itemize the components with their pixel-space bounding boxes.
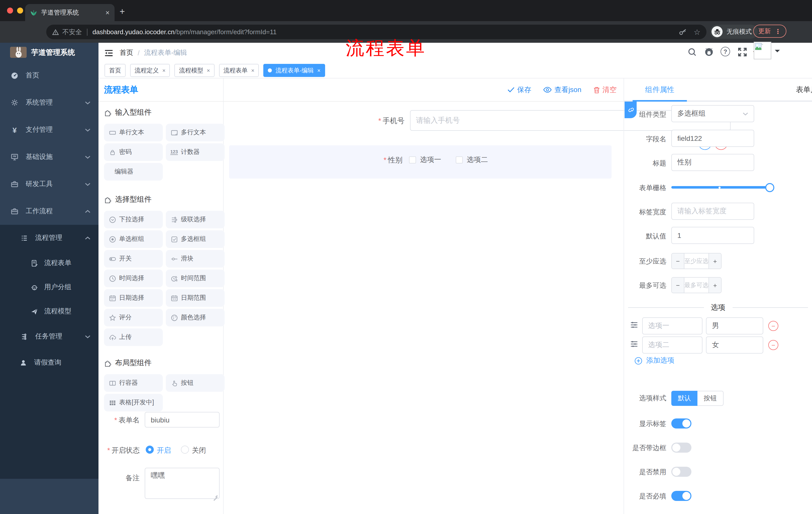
option1-value-input[interactable]: 男 — [706, 317, 763, 334]
status-on-label[interactable]: 开启 — [157, 446, 177, 455]
palette-item-slider[interactable]: 滑块 — [166, 250, 225, 268]
sidebar-item-infrastructure[interactable]: 基础设施 — [0, 143, 98, 170]
form-name-input[interactable]: biubiu — [145, 412, 220, 428]
tag-close-icon[interactable]: × — [317, 67, 321, 74]
style-button-button[interactable]: 按钮 — [697, 391, 724, 406]
palette-item-button[interactable]: 按钮 — [166, 374, 225, 392]
remove-option-button[interactable]: − — [768, 340, 778, 350]
drag-handle-icon[interactable] — [630, 340, 638, 348]
github-icon[interactable] — [704, 47, 714, 57]
help-icon[interactable]: ? — [721, 47, 730, 56]
breadcrumb-home[interactable]: 首页 — [120, 48, 133, 57]
sidebar-item-leave-query[interactable]: 请假查询 — [0, 350, 98, 376]
close-window-button[interactable] — [7, 7, 13, 13]
resize-handle[interactable] — [213, 492, 218, 497]
tag-process-form[interactable]: 流程表单× — [219, 64, 259, 77]
required-toggle[interactable] — [671, 491, 691, 501]
browser-tab[interactable]: 芋道管理系统 × — [25, 4, 115, 21]
option1-label-input[interactable]: 选项一 — [642, 317, 702, 334]
palette-item-editor[interactable]: 编辑器 — [104, 163, 163, 181]
min-select-value[interactable]: 至少应选 — [685, 253, 708, 269]
palette-item-select[interactable]: 下拉选择 — [104, 211, 163, 228]
search-icon[interactable] — [687, 47, 697, 57]
drag-handle-icon[interactable] — [630, 321, 638, 329]
form-remark-textarea[interactable]: 嘿嘿 — [145, 468, 220, 499]
tag-close-icon[interactable]: × — [162, 67, 166, 74]
palette-item-counter[interactable]: 123 计数器 — [166, 143, 225, 161]
title-input[interactable]: 性别 — [671, 154, 754, 171]
option2-label-input[interactable]: 选项二 — [642, 336, 702, 354]
palette-item-table-dev[interactable]: 表格[开发中] — [104, 394, 163, 411]
tab-close-icon[interactable]: × — [106, 8, 110, 17]
palette-item-textarea[interactable]: 多行文本 — [166, 124, 225, 141]
label-width-input[interactable]: 请输入标签宽度 — [671, 203, 754, 220]
palette-item-switch[interactable]: 开关 — [104, 250, 163, 268]
new-tab-button[interactable]: + — [120, 7, 125, 16]
gender-option2-label[interactable]: 选项二 — [467, 155, 488, 164]
sidebar-item-payment[interactable]: ¥ 支付管理 — [0, 116, 98, 143]
tag-close-icon[interactable]: × — [251, 67, 255, 74]
gender-option1-label[interactable]: 选项一 — [420, 155, 441, 164]
gender-option1-checkbox[interactable] — [409, 156, 416, 163]
palette-item-date-range[interactable]: 日期范围 — [166, 289, 225, 307]
show-label-toggle[interactable] — [671, 418, 691, 429]
palette-item-color-picker[interactable]: 颜色选择 — [166, 309, 225, 326]
view-json-button[interactable]: 查看json — [544, 85, 581, 94]
sidebar-item-system[interactable]: 系统管理 — [0, 89, 98, 116]
default-value-input[interactable]: 1 — [671, 227, 754, 244]
stepper-minus-button[interactable]: − — [672, 278, 685, 293]
password-key-icon[interactable] — [678, 28, 687, 35]
add-option-link[interactable]: 添加选项 — [635, 356, 674, 365]
stepper-plus-button[interactable]: + — [708, 253, 721, 269]
stepper-minus-button[interactable]: − — [672, 253, 685, 269]
status-on-radio[interactable] — [146, 445, 154, 454]
palette-item-rate[interactable]: 评分 — [104, 309, 163, 326]
sidebar-item-home[interactable]: 首页 — [0, 62, 98, 89]
minimize-window-button[interactable] — [17, 7, 23, 13]
option2-value-input[interactable]: 女 — [706, 336, 763, 354]
palette-item-date-picker[interactable]: 日期选择 — [104, 289, 163, 307]
palette-item-time-picker[interactable]: 时间选择 — [104, 270, 163, 287]
sidebar-item-task-mgmt[interactable]: 任务管理 — [0, 323, 98, 350]
sidebar-item-process-model[interactable]: 流程模型 — [0, 299, 98, 323]
avatar-caret-icon[interactable] — [775, 50, 780, 55]
status-off-label[interactable]: 关闭 — [192, 446, 212, 455]
tag-process-form-edit-active[interactable]: 流程表单-编辑× — [264, 64, 325, 77]
sidebar-item-user-group[interactable]: 用户分组 — [0, 275, 98, 299]
palette-item-checkbox-group[interactable]: 多选框组 — [166, 231, 225, 248]
max-select-value[interactable]: 最多可选 — [685, 278, 708, 293]
clear-button[interactable]: 清空 — [593, 85, 616, 94]
status-off-radio[interactable] — [181, 445, 189, 454]
palette-item-password[interactable]: 密码 — [104, 143, 163, 161]
sidebar-item-workflow[interactable]: 工作流程 — [0, 198, 98, 225]
sidebar-item-devtools[interactable]: 研发工具 — [0, 170, 98, 198]
avatar[interactable] — [754, 42, 771, 59]
grid-slider-track[interactable] — [671, 186, 770, 189]
palette-item-row-container[interactable]: 行容器 — [104, 374, 163, 392]
hamburger-fold-icon[interactable] — [105, 49, 113, 57]
sidebar-item-process-mgmt[interactable]: 流程管理 — [0, 225, 98, 251]
tab-form-props[interactable]: 表单属性 — [782, 78, 812, 101]
field-name-input[interactable]: field122 — [671, 130, 754, 147]
palette-item-time-range[interactable]: 时间范围 — [166, 270, 225, 287]
palette-item-cascader[interactable]: 级联选择 — [166, 211, 225, 228]
gender-option2-checkbox[interactable] — [456, 156, 463, 163]
sidebar-item-process-form[interactable]: 流程表单 — [0, 251, 98, 275]
palette-item-input[interactable]: 单行文本 — [104, 124, 163, 141]
stepper-plus-button[interactable]: + — [708, 278, 721, 293]
tab-component-props[interactable]: 组件属性 — [633, 78, 687, 101]
logo[interactable]: 芋道管理系统 — [0, 43, 98, 62]
type-select[interactable]: 多选框组 — [671, 105, 754, 122]
browser-menu-dots-icon[interactable]: ⋮ — [775, 27, 781, 35]
palette-item-upload[interactable]: 上传 — [104, 328, 163, 346]
bookmark-star-icon[interactable]: ☆ — [694, 27, 700, 36]
tag-process-model[interactable]: 流程模型× — [175, 64, 214, 77]
border-toggle[interactable] — [671, 442, 691, 453]
tag-process-definition[interactable]: 流程定义× — [130, 64, 170, 77]
tag-home[interactable]: 首页 — [105, 64, 126, 77]
fullscreen-icon[interactable] — [737, 47, 747, 57]
palette-item-radio-group[interactable]: 单选框组 — [104, 231, 163, 248]
disabled-toggle[interactable] — [671, 467, 691, 477]
remove-option-button[interactable]: − — [768, 321, 778, 331]
update-button[interactable]: 更新 ⋮ — [753, 25, 786, 38]
